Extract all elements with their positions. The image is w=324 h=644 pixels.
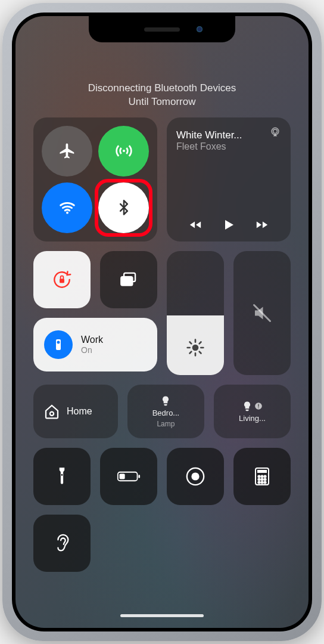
alert-badge-icon — [254, 402, 263, 410]
volume-muted-icon — [251, 302, 273, 324]
cellular-antenna-icon — [115, 142, 133, 160]
bluetooth-status-banner: Disconnecting Bluetooth Devices Until To… — [15, 82, 309, 117]
battery-low-icon — [117, 470, 141, 483]
media-play-button[interactable] — [222, 218, 236, 232]
media-next-button[interactable] — [254, 218, 270, 231]
home-label: Home — [67, 406, 92, 417]
volume-slider[interactable] — [233, 251, 291, 375]
screen-record-button[interactable] — [167, 448, 224, 505]
lightbulb-icon — [160, 395, 172, 407]
record-icon — [185, 466, 205, 487]
status-line-1: Disconnecting Bluetooth Devices — [33, 82, 291, 95]
focus-sublabel: On — [81, 345, 103, 355]
svg-point-9 — [192, 345, 199, 351]
accessory-1-label: Bedro... — [152, 409, 180, 417]
svg-point-24 — [264, 475, 266, 477]
lightbulb-icon — [241, 400, 253, 412]
flashlight-button[interactable] — [33, 448, 91, 505]
svg-rect-21 — [257, 470, 267, 473]
svg-rect-13 — [258, 407, 259, 408]
orientation-lock-icon — [51, 268, 73, 291]
svg-rect-14 — [61, 474, 63, 476]
svg-rect-12 — [258, 404, 259, 407]
connectivity-module[interactable] — [33, 117, 157, 242]
svg-point-30 — [264, 481, 266, 483]
orientation-lock-toggle[interactable] — [33, 251, 91, 308]
brightness-icon — [186, 338, 205, 357]
now-playing-module[interactable]: White Winter... Fleet Foxes — [167, 117, 291, 242]
home-icon — [43, 402, 61, 420]
accessory-2-label: Living... — [239, 414, 266, 423]
svg-point-0 — [123, 150, 125, 152]
hearing-button[interactable] — [33, 515, 91, 572]
screen-mirroring-icon — [117, 268, 140, 291]
calculator-button[interactable] — [233, 448, 291, 505]
cellular-data-toggle[interactable] — [98, 126, 149, 177]
brightness-slider[interactable] — [167, 251, 224, 375]
airplane-icon — [58, 142, 76, 160]
svg-point-26 — [261, 478, 263, 480]
home-app-button[interactable]: Home — [33, 385, 118, 438]
airplay-icon[interactable] — [269, 126, 281, 138]
device-notch — [89, 16, 235, 42]
bluetooth-icon — [116, 199, 132, 216]
media-previous-button[interactable] — [188, 218, 203, 231]
svg-point-10 — [50, 412, 54, 416]
svg-rect-4 — [60, 278, 64, 283]
low-power-mode-button[interactable] — [100, 448, 157, 505]
ear-icon — [53, 533, 71, 553]
wifi-toggle[interactable] — [42, 182, 92, 233]
now-playing-title: White Winter... — [176, 129, 281, 141]
svg-rect-17 — [138, 475, 140, 478]
svg-point-28 — [258, 481, 260, 483]
calculator-icon — [254, 467, 270, 486]
bluetooth-toggle[interactable] — [98, 182, 149, 233]
accessory-bedroom-lamp[interactable]: Bedro... Lamp — [127, 385, 204, 438]
svg-point-8 — [57, 340, 60, 343]
now-playing-artist: Fleet Foxes — [176, 141, 281, 152]
svg-rect-16 — [120, 473, 125, 479]
focus-mode-button[interactable]: Work On — [33, 318, 157, 371]
wifi-icon — [58, 199, 76, 216]
focus-work-icon — [44, 330, 73, 359]
svg-point-25 — [258, 478, 260, 480]
screen-mirroring-button[interactable] — [100, 251, 157, 308]
svg-point-27 — [264, 478, 266, 480]
airplane-mode-toggle[interactable] — [42, 126, 92, 177]
svg-point-1 — [66, 212, 68, 214]
svg-point-19 — [191, 472, 199, 480]
accessory-1-sub: Lamp — [157, 420, 175, 428]
svg-point-29 — [261, 481, 263, 483]
home-indicator[interactable] — [120, 614, 204, 617]
svg-point-3 — [273, 129, 278, 134]
status-line-2: Until Tomorrow — [33, 95, 291, 109]
focus-label: Work — [81, 335, 103, 345]
accessory-living-room[interactable]: Living... — [214, 385, 291, 438]
svg-point-22 — [258, 475, 260, 477]
svg-rect-6 — [121, 277, 132, 285]
svg-point-23 — [261, 475, 263, 477]
flashlight-icon — [54, 466, 70, 487]
